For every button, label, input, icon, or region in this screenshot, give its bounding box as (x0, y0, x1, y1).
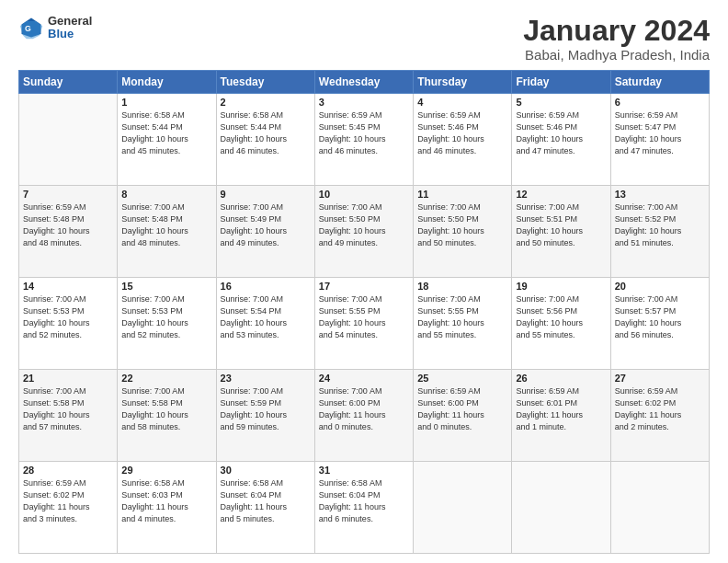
day-info-1-2: Sunrise: 7:00 AM Sunset: 5:49 PM Dayligh… (221, 201, 311, 249)
day-num-2-5: 19 (516, 281, 606, 292)
cell-1-0: 7Sunrise: 6:59 AM Sunset: 5:48 PM Daylig… (19, 186, 118, 278)
cell-4-4 (414, 462, 512, 554)
day-num-2-4: 18 (417, 281, 507, 292)
header-monday: Monday (118, 71, 216, 94)
day-info-3-2: Sunrise: 7:00 AM Sunset: 5:59 PM Dayligh… (221, 385, 311, 433)
day-info-2-3: Sunrise: 7:00 AM Sunset: 5:55 PM Dayligh… (319, 293, 409, 341)
day-num-4-0: 28 (23, 465, 113, 476)
day-num-3-0: 21 (23, 373, 113, 384)
cell-3-1: 22Sunrise: 7:00 AM Sunset: 5:58 PM Dayli… (118, 370, 216, 462)
sub-title: Babai, Madhya Pradesh, India (523, 47, 710, 63)
cell-1-6: 13Sunrise: 7:00 AM Sunset: 5:52 PM Dayli… (610, 186, 709, 278)
day-info-2-0: Sunrise: 7:00 AM Sunset: 5:53 PM Dayligh… (23, 293, 113, 341)
week-row-4: 28Sunrise: 6:59 AM Sunset: 6:02 PM Dayli… (19, 462, 710, 554)
cell-4-6 (610, 462, 709, 554)
cell-0-3: 3Sunrise: 6:59 AM Sunset: 5:45 PM Daylig… (314, 94, 413, 186)
day-num-0-4: 4 (417, 97, 507, 108)
cell-0-0 (19, 94, 118, 186)
header-thursday: Thursday (414, 71, 512, 94)
day-info-3-5: Sunrise: 6:59 AM Sunset: 6:01 PM Dayligh… (516, 385, 606, 433)
day-info-3-4: Sunrise: 6:59 AM Sunset: 6:00 PM Dayligh… (417, 385, 507, 433)
week-row-3: 21Sunrise: 7:00 AM Sunset: 5:58 PM Dayli… (19, 370, 710, 462)
cell-0-6: 6Sunrise: 6:59 AM Sunset: 5:47 PM Daylig… (610, 94, 709, 186)
day-num-4-2: 30 (221, 465, 311, 476)
day-num-3-1: 22 (121, 373, 211, 384)
cell-3-3: 24Sunrise: 7:00 AM Sunset: 6:00 PM Dayli… (314, 370, 413, 462)
day-info-2-5: Sunrise: 7:00 AM Sunset: 5:56 PM Dayligh… (516, 293, 606, 341)
cell-3-2: 23Sunrise: 7:00 AM Sunset: 5:59 PM Dayli… (216, 370, 314, 462)
main-title: January 2024 (523, 15, 710, 47)
week-row-1: 7Sunrise: 6:59 AM Sunset: 5:48 PM Daylig… (19, 186, 710, 278)
day-info-1-6: Sunrise: 7:00 AM Sunset: 5:52 PM Dayligh… (615, 201, 705, 249)
day-num-2-2: 16 (221, 281, 311, 292)
day-num-2-1: 15 (121, 281, 211, 292)
header-saturday: Saturday (610, 71, 709, 94)
day-info-3-1: Sunrise: 7:00 AM Sunset: 5:58 PM Dayligh… (121, 385, 211, 433)
cell-0-1: 1Sunrise: 6:58 AM Sunset: 5:44 PM Daylig… (118, 94, 216, 186)
day-num-2-3: 17 (319, 281, 409, 292)
header-tuesday: Tuesday (216, 71, 314, 94)
cell-2-5: 19Sunrise: 7:00 AM Sunset: 5:56 PM Dayli… (512, 278, 610, 370)
cell-0-2: 2Sunrise: 6:58 AM Sunset: 5:44 PM Daylig… (216, 94, 314, 186)
day-num-3-6: 27 (615, 373, 705, 384)
day-num-2-6: 20 (615, 281, 705, 292)
page: G General Blue January 2024 Babai, Madhy… (0, 0, 728, 563)
day-num-3-5: 26 (516, 373, 606, 384)
day-info-4-1: Sunrise: 6:58 AM Sunset: 6:03 PM Dayligh… (121, 477, 211, 525)
cell-2-3: 17Sunrise: 7:00 AM Sunset: 5:55 PM Dayli… (314, 278, 413, 370)
day-num-0-2: 2 (221, 97, 311, 108)
header-sunday: Sunday (19, 71, 118, 94)
header-wednesday: Wednesday (314, 71, 413, 94)
cell-4-1: 29Sunrise: 6:58 AM Sunset: 6:03 PM Dayli… (118, 462, 216, 554)
day-info-2-2: Sunrise: 7:00 AM Sunset: 5:54 PM Dayligh… (221, 293, 311, 341)
header-friday: Friday (512, 71, 610, 94)
day-info-3-6: Sunrise: 6:59 AM Sunset: 6:02 PM Dayligh… (615, 385, 705, 433)
cell-0-4: 4Sunrise: 6:59 AM Sunset: 5:46 PM Daylig… (414, 94, 512, 186)
cell-3-5: 26Sunrise: 6:59 AM Sunset: 6:01 PM Dayli… (512, 370, 610, 462)
cell-4-2: 30Sunrise: 6:58 AM Sunset: 6:04 PM Dayli… (216, 462, 314, 554)
day-info-2-1: Sunrise: 7:00 AM Sunset: 5:53 PM Dayligh… (121, 293, 211, 341)
day-num-3-3: 24 (319, 373, 409, 384)
cell-4-5 (512, 462, 610, 554)
day-info-0-6: Sunrise: 6:59 AM Sunset: 5:47 PM Dayligh… (615, 109, 705, 157)
header: G General Blue January 2024 Babai, Madhy… (18, 15, 710, 63)
cell-4-0: 28Sunrise: 6:59 AM Sunset: 6:02 PM Dayli… (19, 462, 118, 554)
header-row: Sunday Monday Tuesday Wednesday Thursday… (19, 71, 710, 94)
day-info-1-1: Sunrise: 7:00 AM Sunset: 5:48 PM Dayligh… (121, 201, 211, 249)
svg-text:G: G (25, 25, 31, 34)
day-num-1-5: 12 (516, 189, 606, 200)
day-num-3-2: 23 (221, 373, 311, 384)
cell-2-4: 18Sunrise: 7:00 AM Sunset: 5:55 PM Dayli… (414, 278, 512, 370)
day-info-3-3: Sunrise: 7:00 AM Sunset: 6:00 PM Dayligh… (319, 385, 409, 433)
day-info-0-1: Sunrise: 6:58 AM Sunset: 5:44 PM Dayligh… (121, 109, 211, 157)
day-num-0-3: 3 (319, 97, 409, 108)
day-num-0-1: 1 (121, 97, 211, 108)
cell-2-2: 16Sunrise: 7:00 AM Sunset: 5:54 PM Dayli… (216, 278, 314, 370)
logo-general: General (48, 15, 92, 28)
day-num-4-3: 31 (319, 465, 409, 476)
cell-1-3: 10Sunrise: 7:00 AM Sunset: 5:50 PM Dayli… (314, 186, 413, 278)
calendar-table: Sunday Monday Tuesday Wednesday Thursday… (18, 70, 710, 554)
day-info-0-2: Sunrise: 6:58 AM Sunset: 5:44 PM Dayligh… (221, 109, 311, 157)
day-num-1-4: 11 (417, 189, 507, 200)
cell-3-4: 25Sunrise: 6:59 AM Sunset: 6:00 PM Dayli… (414, 370, 512, 462)
week-row-0: 1Sunrise: 6:58 AM Sunset: 5:44 PM Daylig… (19, 94, 710, 186)
cell-3-6: 27Sunrise: 6:59 AM Sunset: 6:02 PM Dayli… (610, 370, 709, 462)
day-num-1-1: 8 (121, 189, 211, 200)
day-info-4-2: Sunrise: 6:58 AM Sunset: 6:04 PM Dayligh… (221, 477, 311, 525)
day-info-2-4: Sunrise: 7:00 AM Sunset: 5:55 PM Dayligh… (417, 293, 507, 341)
day-num-1-3: 10 (319, 189, 409, 200)
cell-2-0: 14Sunrise: 7:00 AM Sunset: 5:53 PM Dayli… (19, 278, 118, 370)
day-num-1-2: 9 (221, 189, 311, 200)
day-num-2-0: 14 (23, 281, 113, 292)
day-info-4-0: Sunrise: 6:59 AM Sunset: 6:02 PM Dayligh… (23, 477, 113, 525)
day-info-1-3: Sunrise: 7:00 AM Sunset: 5:50 PM Dayligh… (319, 201, 409, 249)
cell-2-1: 15Sunrise: 7:00 AM Sunset: 5:53 PM Dayli… (118, 278, 216, 370)
cell-1-1: 8Sunrise: 7:00 AM Sunset: 5:48 PM Daylig… (118, 186, 216, 278)
logo-icon: G (18, 15, 44, 40)
day-num-1-6: 13 (615, 189, 705, 200)
cell-4-3: 31Sunrise: 6:58 AM Sunset: 6:04 PM Dayli… (314, 462, 413, 554)
day-num-0-5: 5 (516, 97, 606, 108)
day-info-2-6: Sunrise: 7:00 AM Sunset: 5:57 PM Dayligh… (615, 293, 705, 341)
cell-2-6: 20Sunrise: 7:00 AM Sunset: 5:57 PM Dayli… (610, 278, 709, 370)
